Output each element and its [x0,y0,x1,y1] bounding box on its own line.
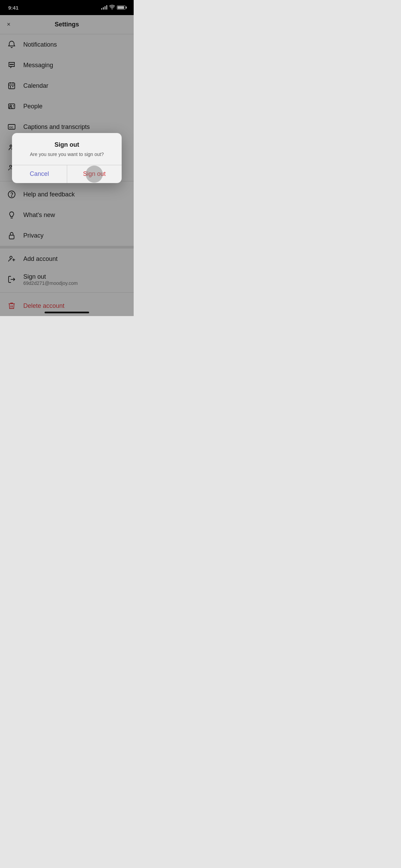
modal-message: Are you sure you want to sign out? [19,151,115,158]
press-indicator [86,166,103,183]
modal-title: Sign out [19,141,115,148]
modal-overlay: Sign out Are you sure you want to sign o… [0,0,134,316]
sign-out-modal: Sign out Are you sure you want to sign o… [12,133,122,183]
cancel-button[interactable]: Cancel [12,165,67,183]
sign-out-confirm-button[interactable]: Sign out [67,165,122,183]
modal-buttons: Cancel Sign out [12,165,122,183]
modal-body: Sign out Are you sure you want to sign o… [12,133,122,165]
